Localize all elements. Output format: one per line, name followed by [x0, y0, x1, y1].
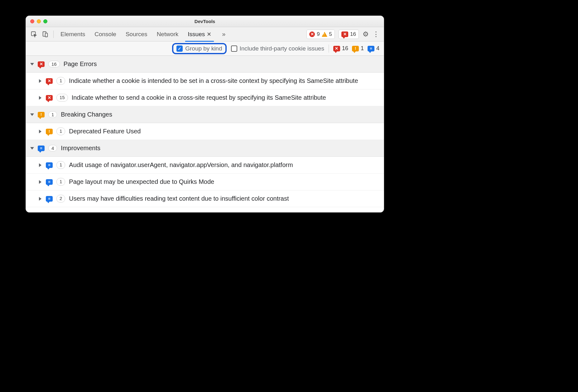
count-pill: 1 — [56, 77, 65, 84]
section-label: Page Errors — [64, 60, 97, 68]
info-speech-icon: ≡ — [46, 179, 53, 185]
count-pill: 1 — [48, 111, 57, 118]
issue-item[interactable]: ✕ 15 Indicate whether to send a cookie i… — [26, 89, 384, 106]
issue-item[interactable]: ✕ 1 Indicate whether a cookie is intende… — [26, 73, 384, 89]
chevron-right-icon — [39, 197, 41, 201]
tab-label: Issues — [188, 31, 205, 38]
issue-text: Page layout may be unexpected due to Qui… — [69, 178, 379, 186]
devtools-window: DevTools Elements Console Sources Networ… — [26, 16, 384, 213]
count-pill: 15 — [56, 94, 68, 101]
warning-speech-icon: ! — [352, 46, 359, 51]
more-menu-icon[interactable]: ⋮ — [373, 30, 379, 38]
issue-text: Deprecated Feature Used — [69, 127, 379, 136]
issue-text: Audit usage of navigator.userAgent, navi… — [69, 161, 379, 169]
section-header-improvements[interactable]: ≡ 4 Improvements — [26, 140, 384, 157]
group-by-kind-label: Group by kind — [185, 45, 222, 52]
issues-toolbar: ✓ Group by kind ✓ Include third-party co… — [26, 41, 384, 56]
warning-count: 5 — [329, 31, 332, 37]
tab-label: Sources — [126, 31, 147, 38]
count-pill: 4 — [48, 145, 57, 151]
tab-label: Console — [94, 31, 116, 38]
tab-label: Elements — [60, 31, 85, 38]
tabbar-right: ✕ 9 5 ✕ 16 ⚙ ⋮ — [306, 30, 381, 39]
svg-rect-2 — [45, 33, 47, 37]
issue-text: Indicate whether to send a cookie in a c… — [72, 93, 379, 102]
chevron-right-icon — [39, 130, 41, 133]
include-third-party-control[interactable]: ✓ Include third-party cookie issues — [231, 45, 324, 52]
error-speech-icon: ✕ — [38, 61, 45, 67]
count-pill: 1 — [56, 127, 65, 135]
summary-warnings[interactable]: ! 1 — [352, 45, 364, 52]
issues-badge[interactable]: ✕ 16 — [339, 30, 359, 39]
chevron-right-icon — [39, 180, 41, 184]
issue-text: Users may have difficulties reading text… — [69, 194, 379, 203]
close-window-button[interactable] — [30, 19, 34, 23]
divider — [329, 45, 329, 53]
tabbar: Elements Console Sources Network Issues … — [26, 27, 384, 41]
count-pill: 16 — [48, 61, 60, 67]
window-title: DevTools — [26, 19, 384, 24]
checkbox-checked-icon[interactable]: ✓ — [176, 45, 183, 52]
error-speech-icon: ✕ — [46, 95, 53, 101]
console-error-warning-badge[interactable]: ✕ 9 5 — [306, 30, 335, 39]
tab-sources[interactable]: Sources — [124, 27, 149, 41]
count-pill: 1 — [56, 161, 65, 169]
count-pill: 1 — [56, 178, 65, 185]
error-icon: ✕ — [309, 31, 315, 37]
issue-item[interactable]: ≡ 1 Page layout may be unexpected due to… — [26, 174, 384, 190]
error-speech-icon: ✕ — [341, 31, 348, 37]
titlebar: DevTools — [26, 16, 384, 27]
include-third-party-label: Include third-party cookie issues — [240, 45, 324, 52]
error-speech-icon: ✕ — [333, 46, 340, 51]
count: 4 — [376, 45, 379, 52]
info-speech-icon: ≡ — [368, 46, 374, 51]
info-speech-icon: ≡ — [46, 162, 53, 168]
issue-item[interactable]: ! 1 Deprecated Feature Used — [26, 123, 384, 140]
chevron-right-icon — [39, 163, 41, 167]
issue-text: Indicate whether a cookie is intended to… — [69, 77, 379, 85]
tab-elements[interactable]: Elements — [59, 27, 86, 41]
minimize-window-button[interactable] — [37, 19, 41, 23]
error-count: 16 — [350, 31, 356, 37]
error-speech-icon: ✕ — [46, 78, 53, 84]
tab-label: Network — [157, 31, 179, 38]
info-speech-icon: ≡ — [46, 196, 53, 202]
section-header-page-errors[interactable]: ✕ 16 Page Errors — [26, 56, 384, 73]
close-icon[interactable]: ✕ — [207, 31, 211, 38]
tab-issues[interactable]: Issues ✕ — [186, 27, 213, 41]
window-controls — [30, 19, 47, 23]
more-tabs-icon[interactable]: » — [222, 31, 225, 38]
issue-summary-chips: ✕ 16 ! 1 ≡ 4 — [333, 45, 379, 52]
summary-errors[interactable]: ✕ 16 — [333, 45, 348, 52]
divider — [53, 31, 54, 38]
panel-tabs: Elements Console Sources Network Issues … — [59, 27, 225, 41]
tab-network[interactable]: Network — [156, 27, 180, 41]
info-speech-icon: ≡ — [38, 146, 45, 151]
warning-icon — [322, 32, 327, 37]
summary-info[interactable]: ≡ 4 — [368, 45, 379, 52]
settings-icon[interactable]: ⚙ — [363, 30, 369, 38]
issue-item[interactable]: ≡ 1 Audit usage of navigator.userAgent, … — [26, 157, 384, 174]
section-label: Improvements — [61, 145, 100, 152]
error-count: 9 — [317, 31, 320, 37]
issue-item[interactable]: ≡ 2 Users may have difficulties reading … — [26, 190, 384, 207]
group-by-kind-control[interactable]: ✓ Group by kind — [172, 43, 226, 54]
tab-console[interactable]: Console — [93, 27, 118, 41]
warning-speech-icon: ! — [46, 129, 53, 134]
section-header-breaking-changes[interactable]: ! 1 Breaking Changes — [26, 106, 384, 123]
section-label: Breaking Changes — [61, 111, 112, 118]
checkbox-unchecked-icon[interactable]: ✓ — [231, 45, 237, 52]
chevron-down-icon — [30, 63, 34, 65]
count: 1 — [361, 45, 364, 52]
count: 16 — [342, 45, 348, 52]
device-toolbar-icon[interactable] — [40, 29, 50, 39]
chevron-right-icon — [39, 96, 41, 100]
chevron-down-icon — [30, 147, 34, 150]
zoom-window-button[interactable] — [43, 19, 47, 23]
inspect-element-icon[interactable] — [29, 29, 39, 39]
warning-speech-icon: ! — [38, 112, 45, 117]
count-pill: 2 — [56, 195, 65, 202]
chevron-down-icon — [30, 113, 34, 116]
chevron-right-icon — [39, 79, 41, 83]
